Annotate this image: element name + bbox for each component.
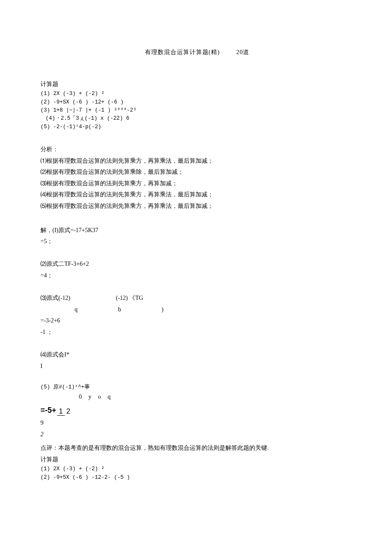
analysis-line: ⑶根据有理数混合运算的法则先算乘方，再算加减； [40, 178, 354, 190]
solution-line: q b ) [40, 304, 354, 316]
analysis-block: 分析： ⑴根据有理数混合运算的法则先算乘方，再算乘法，最后算加减； ⑵根据有理数… [40, 144, 354, 212]
problems-header: 计算题 [40, 454, 354, 466]
problem-line: (2) -9+SX (-6 ) -12+ (-6 ) [40, 98, 354, 106]
solution-4: ⑷原式会I* I [40, 349, 354, 372]
page-title: 有理数混合运算计算题(精) 20道 [40, 47, 354, 58]
solution-line: =4； [40, 270, 354, 282]
problems-header: 计算题 [40, 79, 354, 90]
fraction: 12 [57, 408, 72, 415]
problems-block-2: 计算题 (1) 2X (-3) + (-2) ² (2) -9+5X (-6 )… [40, 454, 354, 482]
solution-1: 解，(I)原式=-17+5K37 =5； [40, 225, 354, 247]
solution-line: 解，(I)原式=-17+5K37 [40, 225, 354, 236]
solution-line: -1 ； [40, 327, 354, 338]
analysis-line: ⑸根据有理数混合运算的法则先算乘方，再算乘法，最后算加减； [40, 201, 354, 212]
solution-line: (5) 原#(-1)ˣ^+事 [40, 383, 354, 391]
solution-line: =-3-2+6 [40, 315, 354, 327]
solution-line: 9 [40, 417, 354, 429]
title-main: 有理数混合运算计算题(精) [145, 49, 220, 55]
solution-5: (5) 原#(-1)ˣ^+事 0 y o q =-5+12 9 2 [40, 383, 354, 440]
problems-block-1: 计算题 (1) 2X (-3) + (-2) ² (2) -9+SX (-6 )… [40, 79, 354, 131]
problem-line: (3) 1+8 |~|-7 |+ (-1 ) ²⁰⁰⁴-2³ [40, 106, 354, 115]
problem-line: (1) 2X (-3) + (-2) ² [40, 90, 354, 98]
solution-line: 2 [40, 429, 354, 440]
problem-line: (4)・2.5「3ぇ(-1) x (-22) 6 [40, 115, 354, 123]
analysis-header: 分析： [40, 144, 354, 155]
problem-line: (5) -2-(-1)ᶻ4-p(-2) [40, 123, 354, 131]
analysis-line: ⑵根据有理数混合运算的法则先算乘除，最后算加减； [40, 167, 354, 178]
solution-line: ⑷原式会I* [40, 349, 354, 361]
solution-2: ⑵原式二TF-3+6+2 =4； [40, 259, 354, 281]
solution-3: ⑶原式(-12) (-12) 《TG q b ) =-3-2+6 -1 ； [40, 293, 354, 338]
solution-line: ⑵原式二TF-3+6+2 [40, 259, 354, 270]
solution-line: I [40, 361, 354, 372]
analysis-line: ⑷根据有理数混合运算的法则先算乘方，再算乘法，最后算加减； [40, 189, 354, 201]
problem-line: (1) 2X (-3) + (-2) ² [40, 465, 354, 473]
analysis-line: ⑴根据有理数混合运算的法则先算乘方，再算乘法，最后算加减； [40, 155, 354, 167]
solution-line: 0 y o q [40, 391, 354, 403]
solution-fraction-line: =-5+12 [40, 403, 354, 417]
solution-line: =5； [40, 236, 354, 247]
problem-line: (2) -9+5X (-6 ) -12-2- (-5 ) [40, 474, 354, 482]
solution-line: ⑶原式(-12) (-12) 《TG [40, 293, 354, 304]
comment-line: 点评：本题考查的是有理数的混合运算，熟知有理数混合运算的法则是解答此题的关键. [40, 443, 354, 454]
title-count: 20道 [236, 47, 249, 58]
